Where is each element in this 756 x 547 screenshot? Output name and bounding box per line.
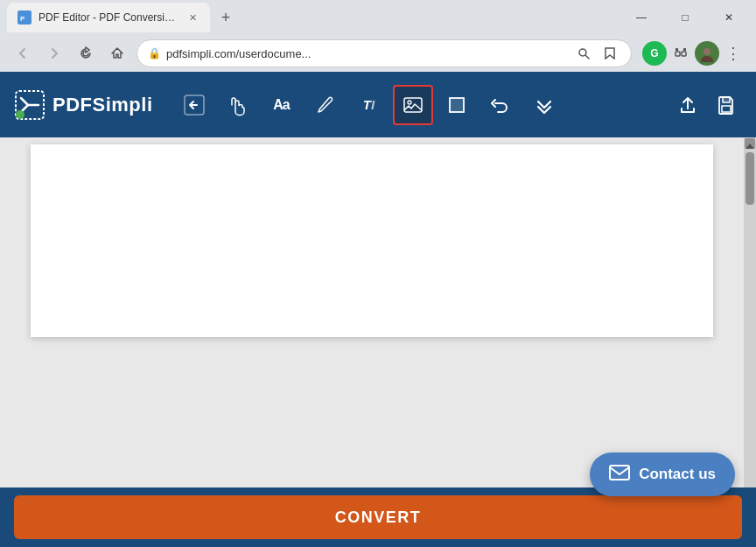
app-container: PDFSimpli Aa TI: [0, 72, 756, 547]
bottom-bar: CONVERT Contact us: [0, 487, 756, 547]
pdf-page: [31, 144, 713, 337]
logo-text: PDFSimpli: [52, 94, 153, 116]
contact-us-button[interactable]: Contact us: [590, 452, 735, 496]
svg-rect-17: [723, 97, 730, 102]
svg-point-15: [408, 101, 411, 104]
svg-text:P: P: [20, 15, 25, 23]
page-area: [0, 137, 744, 487]
svg-line-3: [586, 56, 590, 60]
scroll-up-arrow[interactable]: [745, 138, 755, 149]
status-dot: [16, 110, 24, 119]
shape-tool[interactable]: [437, 85, 477, 125]
svg-rect-18: [722, 106, 731, 112]
convert-button[interactable]: CONVERT: [14, 495, 742, 539]
forward-button[interactable]: [42, 41, 66, 66]
svg-rect-16: [450, 98, 464, 112]
tab-favicon: P: [18, 11, 32, 25]
import-tool[interactable]: [174, 85, 214, 125]
app-logo: PDFSimpli: [14, 89, 153, 121]
share-button[interactable]: [672, 89, 704, 121]
logo-wrapper: [14, 89, 46, 121]
svg-marker-4: [606, 48, 614, 59]
toolbar-tools: Aa TI: [174, 85, 564, 125]
image-tool[interactable]: [393, 85, 433, 125]
lock-icon: 🔒: [148, 47, 161, 60]
active-tab[interactable]: P PDF Editor - PDF Conversion Mac ✕: [7, 3, 210, 32]
tab-close-button[interactable]: ✕: [186, 11, 200, 25]
svg-rect-8: [683, 48, 686, 51]
url-text: pdfsimpli.com/userdocume...: [166, 47, 568, 60]
svg-rect-7: [676, 48, 678, 51]
vertical-scrollbar[interactable]: [744, 137, 756, 487]
insert-text-tool[interactable]: TI: [349, 85, 389, 125]
contact-us-label: Contact us: [639, 466, 716, 483]
new-tab-button[interactable]: +: [214, 5, 238, 30]
svg-point-10: [701, 56, 713, 62]
svg-rect-14: [404, 98, 422, 112]
zoom-icon[interactable]: [573, 43, 594, 64]
reload-button[interactable]: [74, 41, 98, 66]
grammarly-icon[interactable]: G: [642, 41, 667, 66]
close-button[interactable]: ✕: [709, 4, 749, 32]
browser-icons: G ⋮: [642, 41, 746, 66]
title-bar: P PDF Editor - PDF Conversion Mac ✕ + — …: [0, 0, 756, 35]
home-button[interactable]: [105, 41, 130, 66]
tabs-area: P PDF Editor - PDF Conversion Mac ✕ +: [7, 3, 238, 32]
menu-icon[interactable]: ⋮: [721, 41, 746, 66]
window-controls: — □ ✕: [621, 4, 749, 32]
tab-title: PDF Editor - PDF Conversion Mac: [38, 11, 178, 24]
scroll-thumb[interactable]: [746, 152, 754, 205]
edit-tool[interactable]: [305, 85, 346, 125]
save-button[interactable]: [710, 89, 742, 121]
svg-rect-19: [610, 466, 629, 480]
minimize-button[interactable]: —: [621, 4, 662, 32]
more-tools-button[interactable]: [524, 85, 564, 125]
svg-point-9: [704, 48, 710, 55]
email-icon: [609, 463, 630, 486]
address-bar: 🔒 pdfsimpli.com/userdocume... G ⋮: [0, 35, 756, 72]
undo-button[interactable]: [480, 85, 521, 125]
app-toolbar: PDFSimpli Aa TI: [0, 72, 756, 137]
svg-rect-6: [682, 52, 686, 56]
extensions-icon[interactable]: [668, 41, 693, 66]
main-content: [0, 137, 756, 487]
hand-tool[interactable]: [218, 85, 258, 125]
profile-avatar[interactable]: [695, 41, 719, 66]
back-button[interactable]: [10, 41, 35, 66]
svg-rect-5: [676, 52, 680, 56]
bookmark-icon[interactable]: [599, 43, 620, 64]
url-actions: [573, 43, 620, 64]
url-bar[interactable]: 🔒 pdfsimpli.com/userdocume...: [136, 39, 632, 67]
toolbar-right-actions: [672, 89, 742, 121]
svg-point-2: [579, 49, 586, 56]
text-tool[interactable]: Aa: [262, 85, 302, 125]
maximize-button[interactable]: □: [665, 4, 705, 32]
